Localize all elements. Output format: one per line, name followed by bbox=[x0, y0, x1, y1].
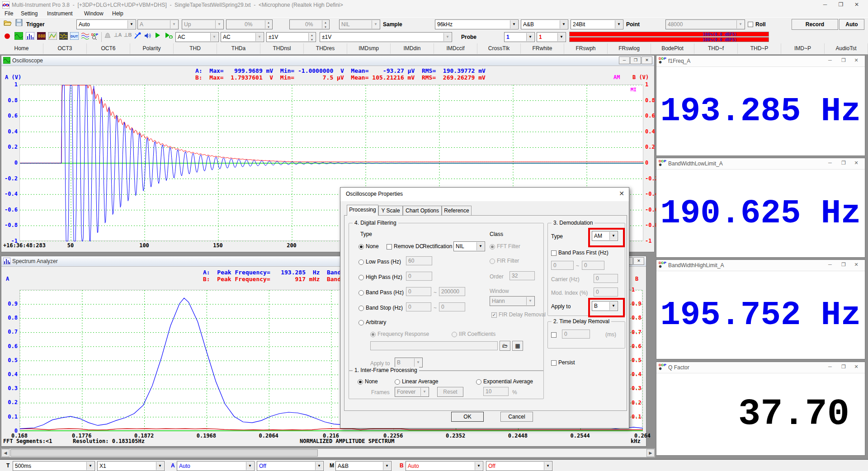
tab-thdres[interactable]: THDres bbox=[304, 43, 347, 54]
df-grid-button[interactable]: ▦ bbox=[512, 341, 523, 351]
trigger-nil-select[interactable]: NIL▼ bbox=[339, 19, 380, 29]
tab-bodeplot[interactable]: BodePlot bbox=[651, 43, 694, 54]
record-points-select[interactable]: 48000▼ bbox=[665, 19, 745, 29]
osc-minimize-button[interactable]: ─ bbox=[619, 57, 630, 64]
scroll-left-icon[interactable]: ◀ bbox=[1, 449, 9, 457]
tab-imdccif[interactable]: IMDccif bbox=[434, 43, 477, 54]
tab-polarity[interactable]: Polarity bbox=[130, 43, 174, 54]
osc-close-button[interactable]: ✕ bbox=[642, 57, 652, 64]
tab-y-scale[interactable]: Y Scale bbox=[378, 206, 403, 216]
meter-close-icon[interactable]: ✕ bbox=[850, 57, 862, 63]
meter-maximize-icon[interactable]: ❐ bbox=[838, 364, 849, 370]
spec-close-button[interactable]: ✕ bbox=[633, 257, 644, 265]
status-b-scale-select[interactable]: Auto▼ bbox=[406, 461, 483, 471]
df-rectification-select[interactable]: NIL▼ bbox=[453, 241, 485, 251]
spectrum-3d-plot-icon[interactable] bbox=[48, 32, 57, 41]
device-test-plan-icon[interactable]: DUT bbox=[70, 32, 79, 41]
df-bandpass-hi-field[interactable]: 200000 bbox=[439, 287, 465, 296]
df-highpass-radio[interactable] bbox=[359, 275, 364, 280]
df-lowpass-field[interactable]: 60 bbox=[406, 256, 432, 265]
record-dot-icon[interactable] bbox=[4, 32, 13, 41]
range-b-select[interactable]: ±1V▼ bbox=[320, 32, 452, 42]
oscilloscope-titlebar[interactable]: Oscilloscope ─ ❐ ✕ bbox=[1, 56, 654, 66]
tab-thd~f[interactable]: THD~f bbox=[694, 43, 738, 54]
df-file-field[interactable] bbox=[370, 341, 498, 350]
df-bandstop-lo-field[interactable]: 0 bbox=[406, 302, 431, 311]
dialog-close-icon[interactable]: ✕ bbox=[619, 190, 624, 197]
menu-help[interactable]: Help bbox=[112, 10, 123, 17]
data-logger-icon[interactable] bbox=[59, 32, 68, 41]
trigger-mode-select[interactable]: Auto▼ bbox=[76, 19, 136, 29]
bit-depth-select[interactable]: 24Bit▼ bbox=[571, 19, 623, 29]
tab-chart-options[interactable]: Chart Options bbox=[403, 206, 442, 216]
tdr-enable-checkbox[interactable] bbox=[551, 332, 557, 338]
meter-close-icon[interactable]: ✕ bbox=[850, 364, 862, 370]
df-bandpass-lo-field[interactable]: 0 bbox=[406, 287, 431, 296]
meter-maximize-icon[interactable]: ❐ bbox=[838, 57, 849, 63]
df-bandpass-radio[interactable] bbox=[359, 290, 364, 296]
meter-bwlow-titlebar[interactable]: DDP⊕ BandWidthLowLimit_A ─ ❐ ✕ bbox=[656, 158, 865, 170]
sample-rate-select[interactable]: 96kHz▼ bbox=[435, 19, 519, 29]
scroll-right-icon[interactable]: ▶ bbox=[646, 449, 655, 457]
mdi-horizontal-scrollbar[interactable]: ◀ ▶ bbox=[1, 448, 655, 457]
tab-thd[interactable]: THD bbox=[174, 43, 217, 54]
status-channel-select[interactable]: A&B▼ bbox=[335, 461, 392, 471]
coupling-b-select[interactable]: AC▼ bbox=[221, 32, 264, 42]
meter-close-icon[interactable]: ✕ bbox=[850, 262, 862, 268]
ifp-exponential-radio[interactable] bbox=[476, 379, 481, 385]
tab-processing[interactable]: Processing bbox=[347, 205, 378, 216]
trigger-source-select[interactable]: A▼ bbox=[137, 19, 179, 29]
ddp-viewer-icon[interactable]: DDP bbox=[91, 32, 100, 41]
status-a-scale-select[interactable]: Auto▼ bbox=[177, 461, 255, 471]
menu-setting[interactable]: Setting bbox=[21, 10, 38, 17]
sample-channels-select[interactable]: A&B▼ bbox=[521, 19, 568, 29]
status-b-shift-select[interactable]: Off▼ bbox=[486, 461, 552, 471]
probe-b-select[interactable]: 1▼ bbox=[537, 32, 566, 42]
derived-data-points-icon[interactable] bbox=[81, 32, 90, 41]
range-a-spinner[interactable]: ±1V▲▼ bbox=[266, 32, 316, 42]
status-x-scale-select[interactable]: X1▼ bbox=[97, 461, 165, 471]
menu-file[interactable]: File bbox=[5, 10, 13, 17]
df-bandstop-radio[interactable] bbox=[359, 306, 364, 311]
df-bandstop-hi-field[interactable]: 0 bbox=[439, 302, 465, 311]
ok-button[interactable]: OK bbox=[451, 412, 484, 422]
auto-button[interactable]: Auto bbox=[839, 19, 864, 30]
scrollbar-thumb[interactable] bbox=[10, 449, 318, 457]
meter-maximize-icon[interactable]: ❐ bbox=[838, 262, 849, 268]
df-arbitrary-radio[interactable] bbox=[359, 320, 364, 325]
persist-checkbox[interactable] bbox=[551, 360, 557, 366]
df-highpass-field[interactable]: 0 bbox=[406, 272, 432, 281]
speaker-icon[interactable] bbox=[144, 32, 153, 41]
df-none-radio[interactable] bbox=[359, 244, 364, 250]
coupling-a-select[interactable]: AC▼ bbox=[175, 32, 219, 42]
tab-audiotst[interactable]: AudioTst bbox=[825, 43, 868, 54]
minimize-icon[interactable]: ─ bbox=[818, 1, 832, 8]
save-icon[interactable] bbox=[15, 19, 24, 28]
tab-imdsmp[interactable]: IMDsmp bbox=[347, 43, 391, 54]
dialog-titlebar[interactable]: Oscilloscope Properties ✕ bbox=[340, 188, 629, 201]
status-a-shift-select[interactable]: Off▼ bbox=[257, 461, 324, 471]
meter-f1freq-titlebar[interactable]: DDP⊕ f1Freq_A ─ ❐ ✕ bbox=[656, 56, 865, 67]
open-file-icon[interactable] bbox=[4, 19, 13, 28]
tab-frswph[interactable]: FRswph bbox=[564, 43, 608, 54]
spectrum-analyzer-icon[interactable] bbox=[26, 32, 35, 41]
status-sweep-time-select[interactable]: 500ms▼ bbox=[13, 461, 95, 471]
record-button[interactable]: Record bbox=[792, 19, 838, 30]
tab-frswlog[interactable]: FRswlog bbox=[608, 43, 651, 54]
run-hold-icon[interactable] bbox=[165, 32, 174, 41]
demod-bandpass-first-checkbox[interactable] bbox=[551, 250, 557, 256]
tab-oct6[interactable]: OCT6 bbox=[87, 43, 130, 54]
calibration-probe-icon[interactable] bbox=[134, 32, 143, 41]
trigger-level-spinner[interactable]: 0%▲▼ bbox=[226, 19, 273, 29]
meter-qfactor-titlebar[interactable]: DDP⊕ Q Factor ─ ❐ ✕ bbox=[656, 362, 865, 373]
cancel-button[interactable]: Cancel bbox=[500, 412, 533, 422]
tab-thdnsl[interactable]: THDnsl bbox=[260, 43, 304, 54]
menu-window[interactable]: Window bbox=[84, 10, 104, 17]
trigger-delay-spinner[interactable]: 0%▲▼ bbox=[289, 19, 330, 29]
close-icon[interactable]: ✕ bbox=[850, 1, 863, 8]
meter-close-icon[interactable]: ✕ bbox=[850, 160, 862, 166]
meter-bwhigh-titlebar[interactable]: DDP⊕ BandWidthHighLimit_A ─ ❐ ✕ bbox=[656, 260, 865, 271]
df-remove-dc-checkbox[interactable] bbox=[387, 244, 392, 250]
tab-oct3[interactable]: OCT3 bbox=[43, 43, 87, 54]
meter-maximize-icon[interactable]: ❐ bbox=[838, 160, 849, 166]
